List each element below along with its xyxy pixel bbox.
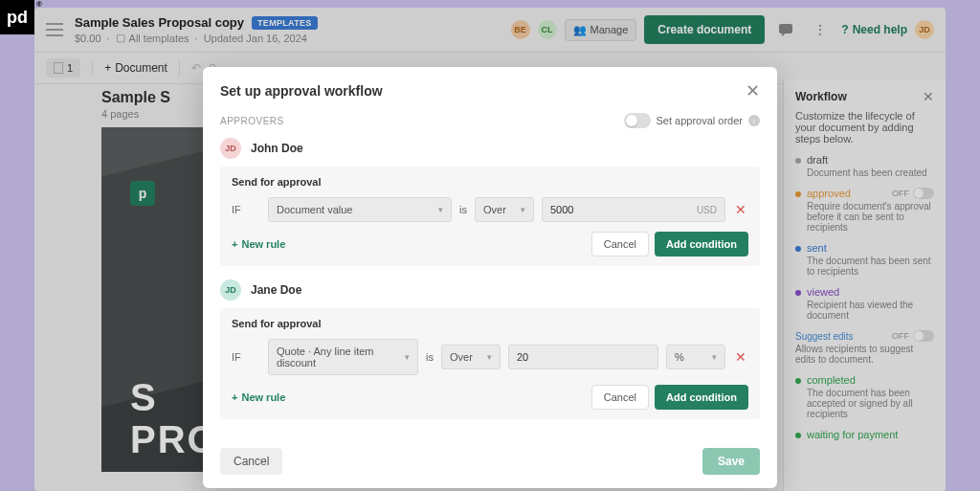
modal-overlay: Set up approval workflow ✕ APPROVERS Set… [0,0,980,491]
value-input[interactable]: 5000USD [542,197,725,222]
info-icon[interactable]: i [748,115,760,126]
delete-rule-icon[interactable]: ✕ [733,202,748,217]
comparator-select[interactable]: Over▾ [475,197,534,222]
approver-avatar: JD [220,279,241,301]
add-condition-button[interactable]: Add condition [655,232,748,257]
comparator-select[interactable]: Over▾ [441,345,501,369]
delete-rule-icon[interactable]: ✕ [733,349,748,365]
condition-title: Send for approval [232,318,748,329]
currency-label: USD [697,205,717,215]
value-input[interactable]: 20 [508,345,658,369]
if-label: IF [232,351,260,363]
condition-box: Send for approval IF Document value▾ is … [220,167,760,266]
if-label: IF [232,204,260,215]
approver-avatar: JD [220,138,241,159]
plus-icon: + [232,391,237,403]
condition-box: Send for approval IF Quote · Any line it… [220,308,760,419]
plus-icon: + [232,238,237,250]
close-icon[interactable]: ✕ [746,80,760,101]
approver-block: JD Jane Doe Send for approval IF Quote ·… [220,279,760,419]
approval-order-toggle[interactable] [624,113,651,128]
approver-block: JD John Doe Send for approval IF Documen… [220,138,760,266]
modal-cancel-button[interactable]: Cancel [220,448,282,475]
is-label: is [426,351,434,363]
new-rule-button[interactable]: +New rule [232,391,285,403]
modal-title: Set up approval workflow [220,83,383,99]
modal-save-button[interactable]: Save [702,448,760,475]
unit-select[interactable]: %▾ [666,345,725,369]
new-rule-button[interactable]: +New rule [232,238,285,250]
approver-name: John Doe [251,142,303,155]
field-select[interactable]: Quote · Any line item discount▾ [268,339,418,375]
brand-logo: pd [0,0,34,34]
approval-order-label: Set approval order [657,115,744,126]
condition-title: Send for approval [232,176,748,188]
is-label: is [459,204,467,215]
condition-cancel-button[interactable]: Cancel [591,385,649,410]
approvers-label: APPROVERS [220,116,284,126]
condition-cancel-button[interactable]: Cancel [591,232,649,257]
approver-name: Jane Doe [251,283,301,297]
field-select[interactable]: Document value▾ [268,197,452,222]
approval-workflow-modal: Set up approval workflow ✕ APPROVERS Set… [203,67,777,488]
add-condition-button[interactable]: Add condition [655,385,748,410]
